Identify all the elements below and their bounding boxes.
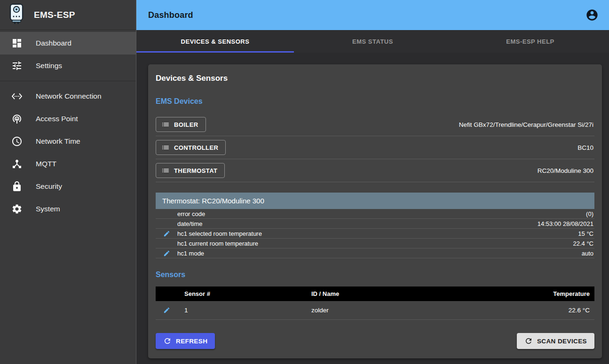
- sidebar-item-label: Network Connection: [36, 92, 102, 101]
- card-title: Devices & Sensors: [156, 74, 594, 83]
- app-bar: Dashboard: [136, 0, 609, 30]
- device-detail-header: Thermostat: RC20/Moduline 300: [156, 193, 594, 209]
- refresh-button[interactable]: REFRESH: [156, 333, 215, 349]
- sidebar-item-label: Dashboard: [36, 39, 71, 47]
- sidebar-item-system[interactable]: System: [0, 198, 136, 220]
- edit-icon[interactable]: [156, 250, 177, 257]
- detail-row-hc1-current-temp: hc1 current room temperature 22.4 °C: [156, 239, 594, 248]
- dashboard-icon: [11, 38, 23, 49]
- sidebar-item-security[interactable]: Security: [0, 175, 136, 198]
- device-button-label: THERMOSTAT: [174, 167, 217, 174]
- scan-devices-button[interactable]: SCAN DEVICES: [517, 333, 594, 349]
- lock-icon: [11, 181, 23, 192]
- detail-label: error code: [177, 210, 586, 217]
- sidebar-divider: [0, 81, 136, 81]
- column-id-name: ID / Name: [311, 290, 505, 297]
- tab-ems-esp-help[interactable]: EMS-ESP HELP: [451, 30, 609, 53]
- detail-row-error-code: error code (0): [156, 209, 594, 219]
- detail-label: hc1 selected room temperature: [177, 230, 578, 237]
- detail-label: hc1 current room temperature: [177, 240, 573, 247]
- ems-esp-logo-icon: [8, 3, 25, 27]
- sensor-table-row: 1 zolder 22.6 °C: [156, 301, 594, 320]
- sidebar-item-dashboard[interactable]: Dashboard: [0, 32, 136, 54]
- devices-sensors-card: Devices & Sensors EMS Devices BOILER Nef…: [148, 64, 602, 358]
- device-row-controller: CONTROLLER BC10: [156, 136, 594, 159]
- device-button-label: CONTROLLER: [174, 144, 218, 151]
- detail-label: hc1 mode: [177, 250, 582, 257]
- brand-title: EMS-ESP: [34, 10, 75, 20]
- edit-icon[interactable]: [156, 307, 177, 314]
- list-icon: [161, 120, 170, 129]
- device-row-thermostat: THERMOSTAT RC20/Moduline 300: [156, 159, 594, 182]
- refresh-button-label: REFRESH: [176, 338, 207, 345]
- sidebar-item-mqtt[interactable]: MQTT: [0, 153, 136, 175]
- tab-bar: DEVICES & SENSORS EMS STATUS EMS-ESP HEL…: [136, 30, 609, 53]
- detail-value: (0): [586, 210, 594, 217]
- sidebar-item-network-time[interactable]: Network Time: [0, 130, 136, 153]
- ems-devices-heading: EMS Devices: [156, 97, 594, 106]
- clock-icon: [11, 136, 23, 147]
- refresh-icon: [163, 337, 172, 345]
- column-temperature: Temperature: [505, 290, 594, 297]
- tab-devices-sensors[interactable]: DEVICES & SENSORS: [136, 30, 294, 53]
- sidebar-item-label: Access Point: [36, 115, 78, 123]
- tab-ems-status[interactable]: EMS STATUS: [294, 30, 451, 53]
- sensor-number: 1: [177, 307, 311, 314]
- device-button-label: BOILER: [174, 121, 198, 128]
- sensors-heading: Sensors: [156, 271, 594, 279]
- detail-row-date-time: date/time 14:53:00 28/08/2021: [156, 219, 594, 229]
- boiler-button[interactable]: BOILER: [156, 117, 206, 132]
- column-sensor-number: Sensor #: [177, 290, 311, 297]
- content-area: Devices & Sensors EMS Devices BOILER Nef…: [136, 53, 609, 364]
- sidebar-item-label: Settings: [36, 62, 62, 70]
- list-icon: [161, 166, 170, 175]
- detail-value: auto: [582, 250, 594, 257]
- sensors-table-header: Sensor # ID / Name Temperature: [156, 287, 594, 301]
- scan-devices-button-label: SCAN DEVICES: [537, 338, 587, 345]
- sidebar-nav-primary: Dashboard Settings: [0, 30, 136, 79]
- sidebar: EMS-ESP Dashboard Settings Network Conne…: [0, 0, 136, 364]
- detail-value: 15 °C: [578, 230, 594, 237]
- detail-row-hc1-mode: hc1 mode auto: [156, 248, 594, 258]
- sidebar-item-label: MQTT: [36, 160, 56, 168]
- main-column: Dashboard DEVICES & SENSORS EMS STATUS E…: [136, 0, 609, 364]
- sensor-name: zolder: [311, 307, 505, 314]
- detail-row-hc1-selected-temp: hc1 selected room temperature 15 °C: [156, 229, 594, 239]
- sidebar-item-label: Security: [36, 182, 62, 191]
- sidebar-item-network-connection[interactable]: Network Connection: [0, 85, 136, 108]
- page-title: Dashboard: [148, 10, 193, 20]
- controller-button[interactable]: CONTROLLER: [156, 140, 226, 155]
- detail-label: date/time: [177, 220, 538, 227]
- device-row-boiler: BOILER Nefit GBx72/Trendline/Cerapur/Gre…: [156, 113, 594, 136]
- account-icon[interactable]: [585, 8, 599, 22]
- sensor-temperature: 22.6 °C: [505, 307, 594, 314]
- ethernet-icon: [11, 91, 23, 102]
- sidebar-item-label: Network Time: [36, 137, 80, 146]
- sidebar-item-label: System: [36, 205, 60, 213]
- edit-icon[interactable]: [156, 230, 177, 237]
- device-model: BC10: [577, 144, 594, 151]
- detail-value: 22.4 °C: [573, 240, 594, 247]
- sidebar-nav-secondary: Network Connection Access Point Network …: [0, 83, 136, 222]
- actions-row: REFRESH SCAN DEVICES: [156, 333, 594, 349]
- tune-icon: [11, 60, 23, 71]
- refresh-icon: [524, 337, 533, 345]
- brand: EMS-ESP: [0, 0, 136, 30]
- sidebar-item-settings[interactable]: Settings: [0, 54, 136, 77]
- list-icon: [161, 143, 170, 152]
- hub-icon: [11, 158, 23, 170]
- thermostat-button[interactable]: THERMOSTAT: [156, 163, 225, 178]
- sidebar-item-access-point[interactable]: Access Point: [0, 108, 136, 130]
- wifi-tethering-icon: [11, 113, 23, 124]
- detail-value: 14:53:00 28/08/2021: [538, 220, 594, 227]
- device-model: RC20/Moduline 300: [538, 167, 594, 174]
- device-model: Nefit GBx72/Trendline/Cerapur/Greenstar …: [459, 121, 594, 128]
- gear-icon: [11, 203, 23, 215]
